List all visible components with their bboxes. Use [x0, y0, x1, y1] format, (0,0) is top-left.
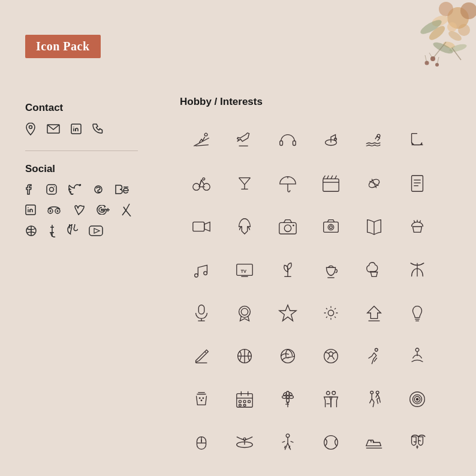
clapperboard-icon: [309, 162, 353, 205]
title-text: Icon Pack: [36, 40, 90, 53]
contact-icons: [25, 122, 138, 137]
svg-rect-121: [243, 405, 246, 406]
svg-rect-120: [239, 405, 242, 406]
svg-rect-76: [324, 222, 339, 232]
svg-point-53: [335, 138, 337, 140]
svg-rect-51: [293, 141, 296, 146]
svg-point-134: [376, 391, 379, 394]
svg-point-3: [458, 24, 470, 36]
svg-point-48: [204, 133, 207, 136]
linkedin-icon: [71, 123, 82, 136]
svg-line-47: [196, 145, 209, 146]
social-title: Social: [25, 163, 138, 175]
hiking-icon: [266, 421, 309, 464]
document-icon: [396, 162, 439, 205]
svg-point-78: [330, 226, 333, 229]
left-panel: Contact: [0, 90, 162, 476]
hobby-icons-grid: TV: [180, 119, 464, 464]
instagram-icon: [46, 183, 58, 197]
svg-point-84: [204, 272, 207, 275]
svg-point-130: [326, 391, 330, 395]
sneaker-icon: [353, 421, 396, 464]
book-icon: [353, 205, 396, 248]
svg-rect-71: [193, 222, 204, 231]
svg-point-131: [332, 391, 336, 395]
teapot-icon: [309, 248, 353, 291]
social-row-2: [25, 203, 138, 218]
svg-point-108: [375, 348, 378, 351]
skiing-icon: [180, 119, 223, 162]
floral-decoration: [380, 0, 476, 96]
svg-point-146: [243, 438, 246, 440]
svg-point-111: [202, 397, 204, 399]
pinterest-icon: [67, 224, 78, 239]
ice-skate-icon: [396, 119, 439, 162]
plants-icon: [266, 248, 309, 291]
linkedin2-icon: [25, 204, 36, 217]
svg-point-58: [203, 178, 205, 180]
email-icon: [47, 124, 60, 135]
svg-point-36: [50, 210, 52, 212]
svg-point-56: [193, 183, 200, 190]
trees-icon: [353, 291, 396, 335]
svg-line-102: [205, 351, 206, 353]
svg-marker-97: [279, 305, 296, 321]
running-icon: [353, 335, 396, 378]
cycling-icon: [180, 162, 223, 205]
svg-point-112: [201, 399, 203, 401]
social-row-3: [25, 224, 138, 239]
svg-rect-92: [198, 305, 204, 314]
chef-hat-icon: [353, 248, 396, 291]
bowling-icon: [180, 378, 223, 421]
svg-text:TV: TV: [240, 269, 246, 274]
svg-point-98: [328, 310, 333, 315]
calendar-icon: [223, 378, 266, 421]
vimeo-icon: [72, 204, 85, 217]
svg-point-109: [415, 348, 419, 352]
settings-icon: [309, 291, 353, 335]
svg-point-95: [239, 306, 251, 318]
family-icon: [309, 378, 353, 421]
svg-point-28: [54, 186, 55, 188]
svg-line-66: [372, 179, 376, 188]
title-badge: Icon Pack: [25, 35, 101, 58]
camera1-icon: [266, 205, 309, 248]
svg-point-110: [199, 397, 201, 399]
landmark-icon: [396, 248, 439, 291]
dribbble-icon: [25, 225, 37, 239]
svg-point-77: [328, 224, 333, 230]
basketball-icon: [223, 335, 266, 378]
svg-rect-62: [323, 179, 339, 191]
svg-point-147: [286, 434, 290, 438]
svg-point-20: [29, 126, 32, 129]
vinyl-icon: [396, 378, 439, 421]
cocktail-icon: [223, 162, 266, 205]
contact-title: Contact: [25, 102, 138, 114]
twitter-icon: [68, 184, 82, 197]
svg-point-32: [28, 207, 29, 209]
skype-icon: [92, 183, 104, 197]
tripadvisor-icon: [47, 206, 61, 216]
svg-marker-107: [329, 351, 333, 356]
music-note-icon: [180, 248, 223, 291]
umbrella-icon: [266, 162, 309, 205]
svg-point-1: [439, 2, 453, 16]
meditation-icon: [396, 335, 439, 378]
award-icon: [223, 291, 266, 335]
flower-icon: [266, 378, 309, 421]
main-content: Contact: [0, 90, 476, 476]
svg-line-145: [249, 437, 253, 439]
swimming-icon: [353, 119, 396, 162]
svg-rect-67: [412, 176, 423, 191]
edit-icon: [180, 335, 223, 378]
divider-1: [25, 150, 138, 151]
svg-rect-26: [47, 185, 56, 194]
volleyball-icon: [266, 335, 309, 378]
google-plus-icon: [96, 205, 110, 216]
svg-rect-118: [243, 400, 246, 403]
svg-rect-117: [239, 400, 242, 403]
star-icon: [266, 291, 309, 335]
dancing-icon: [353, 378, 396, 421]
tumblr-icon: [48, 224, 56, 239]
camera2-icon: [309, 205, 353, 248]
